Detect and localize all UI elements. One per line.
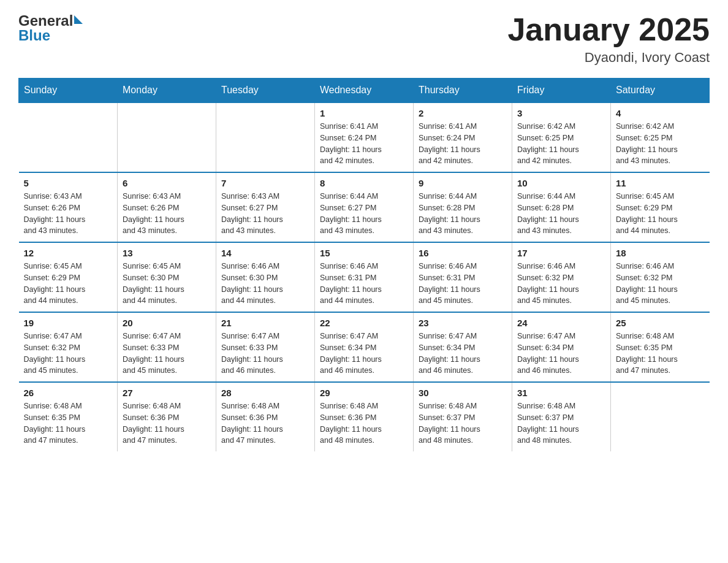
- day-cell: 23Sunrise: 6:47 AMSunset: 6:34 PMDayligh…: [414, 312, 512, 382]
- day-info: Sunrise: 6:47 AMSunset: 6:32 PMDaylight:…: [24, 331, 113, 377]
- header-cell-monday: Monday: [118, 79, 216, 103]
- header-cell-saturday: Saturday: [611, 79, 710, 103]
- day-number: 29: [320, 388, 408, 398]
- day-cell: 29Sunrise: 6:48 AMSunset: 6:36 PMDayligh…: [315, 382, 414, 451]
- day-number: 5: [24, 178, 113, 188]
- day-info: Sunrise: 6:47 AMSunset: 6:34 PMDaylight:…: [320, 331, 408, 377]
- day-cell: 27Sunrise: 6:48 AMSunset: 6:36 PMDayligh…: [118, 382, 216, 451]
- day-number: 23: [419, 318, 507, 328]
- day-number: 6: [123, 178, 211, 188]
- header-cell-tuesday: Tuesday: [216, 79, 315, 103]
- day-cell: 7Sunrise: 6:43 AMSunset: 6:27 PMDaylight…: [216, 172, 315, 242]
- day-number: 30: [419, 388, 507, 398]
- day-number: 14: [221, 248, 309, 258]
- day-info: Sunrise: 6:48 AMSunset: 6:37 PMDaylight:…: [419, 400, 507, 446]
- header-cell-friday: Friday: [512, 79, 611, 103]
- day-cell: 30Sunrise: 6:48 AMSunset: 6:37 PMDayligh…: [414, 382, 512, 451]
- day-number: 17: [517, 248, 605, 258]
- day-info: Sunrise: 6:45 AMSunset: 6:30 PMDaylight:…: [123, 261, 211, 307]
- week-row-2: 5Sunrise: 6:43 AMSunset: 6:26 PMDaylight…: [19, 172, 710, 242]
- calendar-table: SundayMondayTuesdayWednesdayThursdayFrid…: [18, 78, 710, 451]
- day-info: Sunrise: 6:48 AMSunset: 6:37 PMDaylight:…: [517, 400, 605, 446]
- day-number: 25: [616, 318, 705, 328]
- day-cell: 16Sunrise: 6:46 AMSunset: 6:31 PMDayligh…: [414, 242, 512, 312]
- day-cell: 21Sunrise: 6:47 AMSunset: 6:33 PMDayligh…: [216, 312, 315, 382]
- day-info: Sunrise: 6:47 AMSunset: 6:34 PMDaylight:…: [419, 331, 507, 377]
- day-info: Sunrise: 6:43 AMSunset: 6:27 PMDaylight:…: [221, 191, 309, 237]
- day-number: 26: [24, 388, 113, 398]
- day-number: 19: [24, 318, 113, 328]
- day-cell: 20Sunrise: 6:47 AMSunset: 6:33 PMDayligh…: [118, 312, 216, 382]
- day-info: Sunrise: 6:46 AMSunset: 6:31 PMDaylight:…: [419, 261, 507, 307]
- page-header: General Blue January 2025 Dyaondi, Ivory…: [18, 12, 710, 66]
- day-info: Sunrise: 6:43 AMSunset: 6:26 PMDaylight:…: [24, 191, 113, 237]
- day-number: 1: [320, 108, 408, 118]
- day-info: Sunrise: 6:44 AMSunset: 6:28 PMDaylight:…: [419, 191, 507, 237]
- day-info: Sunrise: 6:48 AMSunset: 6:35 PMDaylight:…: [616, 331, 705, 377]
- day-cell: [216, 102, 315, 172]
- day-cell: 5Sunrise: 6:43 AMSunset: 6:26 PMDaylight…: [19, 172, 118, 242]
- day-cell: [118, 102, 216, 172]
- header-cell-thursday: Thursday: [414, 79, 512, 103]
- day-info: Sunrise: 6:47 AMSunset: 6:33 PMDaylight:…: [123, 331, 211, 377]
- day-info: Sunrise: 6:45 AMSunset: 6:29 PMDaylight:…: [616, 191, 705, 237]
- day-number: 13: [123, 248, 211, 258]
- day-number: 20: [123, 318, 211, 328]
- week-row-1: 1Sunrise: 6:41 AMSunset: 6:24 PMDaylight…: [19, 102, 710, 172]
- day-cell: 25Sunrise: 6:48 AMSunset: 6:35 PMDayligh…: [611, 312, 710, 382]
- week-row-5: 26Sunrise: 6:48 AMSunset: 6:35 PMDayligh…: [19, 382, 710, 451]
- logo-triangle-icon: [74, 15, 83, 24]
- day-cell: 13Sunrise: 6:45 AMSunset: 6:30 PMDayligh…: [118, 242, 216, 312]
- header-row: SundayMondayTuesdayWednesdayThursdayFrid…: [19, 79, 710, 103]
- day-info: Sunrise: 6:41 AMSunset: 6:24 PMDaylight:…: [419, 121, 507, 167]
- day-cell: 18Sunrise: 6:46 AMSunset: 6:32 PMDayligh…: [611, 242, 710, 312]
- day-info: Sunrise: 6:46 AMSunset: 6:32 PMDaylight:…: [517, 261, 605, 307]
- day-cell: 14Sunrise: 6:46 AMSunset: 6:30 PMDayligh…: [216, 242, 315, 312]
- day-info: Sunrise: 6:46 AMSunset: 6:30 PMDaylight:…: [221, 261, 309, 307]
- day-cell: [19, 102, 118, 172]
- title-block: January 2025 Dyaondi, Ivory Coast: [507, 12, 710, 66]
- day-number: 8: [320, 178, 408, 188]
- day-cell: 24Sunrise: 6:47 AMSunset: 6:34 PMDayligh…: [512, 312, 611, 382]
- day-number: 28: [221, 388, 309, 398]
- day-cell: 19Sunrise: 6:47 AMSunset: 6:32 PMDayligh…: [19, 312, 118, 382]
- logo-blue: Blue: [18, 27, 83, 44]
- day-number: 7: [221, 178, 309, 188]
- day-number: 9: [419, 178, 507, 188]
- calendar-subtitle: Dyaondi, Ivory Coast: [507, 50, 710, 66]
- header-cell-sunday: Sunday: [19, 79, 118, 103]
- day-info: Sunrise: 6:48 AMSunset: 6:36 PMDaylight:…: [320, 400, 408, 446]
- day-number: 16: [419, 248, 507, 258]
- day-cell: 8Sunrise: 6:44 AMSunset: 6:27 PMDaylight…: [315, 172, 414, 242]
- week-row-3: 12Sunrise: 6:45 AMSunset: 6:29 PMDayligh…: [19, 242, 710, 312]
- day-info: Sunrise: 6:44 AMSunset: 6:28 PMDaylight:…: [517, 191, 605, 237]
- day-info: Sunrise: 6:42 AMSunset: 6:25 PMDaylight:…: [616, 121, 705, 167]
- calendar-body: 1Sunrise: 6:41 AMSunset: 6:24 PMDaylight…: [19, 102, 710, 451]
- calendar-header: SundayMondayTuesdayWednesdayThursdayFrid…: [19, 79, 710, 103]
- day-info: Sunrise: 6:46 AMSunset: 6:31 PMDaylight:…: [320, 261, 408, 307]
- day-number: 15: [320, 248, 408, 258]
- day-cell: 31Sunrise: 6:48 AMSunset: 6:37 PMDayligh…: [512, 382, 611, 451]
- day-cell: 22Sunrise: 6:47 AMSunset: 6:34 PMDayligh…: [315, 312, 414, 382]
- day-info: Sunrise: 6:45 AMSunset: 6:29 PMDaylight:…: [24, 261, 113, 307]
- day-cell: 26Sunrise: 6:48 AMSunset: 6:35 PMDayligh…: [19, 382, 118, 451]
- day-number: 3: [517, 108, 605, 118]
- day-cell: 6Sunrise: 6:43 AMSunset: 6:26 PMDaylight…: [118, 172, 216, 242]
- header-cell-wednesday: Wednesday: [315, 79, 414, 103]
- day-info: Sunrise: 6:48 AMSunset: 6:36 PMDaylight:…: [221, 400, 309, 446]
- day-number: 4: [616, 108, 705, 118]
- day-cell: 3Sunrise: 6:42 AMSunset: 6:25 PMDaylight…: [512, 102, 611, 172]
- day-number: 22: [320, 318, 408, 328]
- day-info: Sunrise: 6:44 AMSunset: 6:27 PMDaylight:…: [320, 191, 408, 237]
- day-cell: 4Sunrise: 6:42 AMSunset: 6:25 PMDaylight…: [611, 102, 710, 172]
- day-cell: 2Sunrise: 6:41 AMSunset: 6:24 PMDaylight…: [414, 102, 512, 172]
- day-cell: 11Sunrise: 6:45 AMSunset: 6:29 PMDayligh…: [611, 172, 710, 242]
- day-number: 12: [24, 248, 113, 258]
- day-info: Sunrise: 6:48 AMSunset: 6:36 PMDaylight:…: [123, 400, 211, 446]
- day-number: 27: [123, 388, 211, 398]
- day-number: 31: [517, 388, 605, 398]
- day-cell: 9Sunrise: 6:44 AMSunset: 6:28 PMDaylight…: [414, 172, 512, 242]
- day-info: Sunrise: 6:46 AMSunset: 6:32 PMDaylight:…: [616, 261, 705, 307]
- day-info: Sunrise: 6:47 AMSunset: 6:33 PMDaylight:…: [221, 331, 309, 377]
- day-cell: 10Sunrise: 6:44 AMSunset: 6:28 PMDayligh…: [512, 172, 611, 242]
